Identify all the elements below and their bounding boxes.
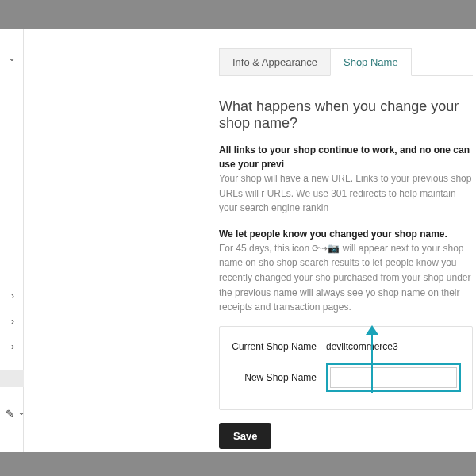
info-bold-1: All links to your shop continue to work,…	[219, 143, 473, 171]
chevron-down-icon[interactable]: ⌄	[8, 52, 16, 63]
new-shop-name-input[interactable]	[330, 367, 457, 388]
current-shop-name-value: devlitcommerce3	[326, 341, 398, 352]
info-text-2: For 45 days, this icon ⟳⇢📷 will appear n…	[219, 241, 473, 315]
annotation-arrow-line	[371, 330, 373, 393]
sidebar-active-item[interactable]	[0, 370, 24, 387]
chevron-right-icon[interactable]: ›	[11, 316, 14, 327]
info-bold-2: We let people know you changed your shop…	[219, 227, 473, 241]
tab-shop-name[interactable]: Shop Name	[330, 48, 412, 76]
chevron-right-icon[interactable]: ›	[11, 341, 14, 352]
new-shop-name-label: New Shop Name	[231, 372, 326, 383]
tab-bar: Info & Appearance Shop Name	[219, 48, 473, 76]
sidebar: ⌄ › › › ✎ ⌄	[0, 29, 24, 452]
shop-name-form: Current Shop Name devlitcommerce3 New Sh…	[219, 326, 473, 410]
info-text-1: Your shop will have a new URL. Links to …	[219, 171, 473, 216]
edit-icon[interactable]: ✎	[6, 408, 14, 420]
main-content: Info & Appearance Shop Name What happens…	[24, 29, 476, 452]
tab-info-appearance[interactable]: Info & Appearance	[219, 48, 330, 75]
save-button[interactable]: Save	[219, 423, 271, 449]
section-heading: What happens when you change your shop n…	[219, 98, 473, 132]
new-shop-name-highlight	[326, 363, 461, 392]
current-shop-name-label: Current Shop Name	[231, 341, 326, 352]
chevron-right-icon[interactable]: ›	[11, 290, 14, 301]
